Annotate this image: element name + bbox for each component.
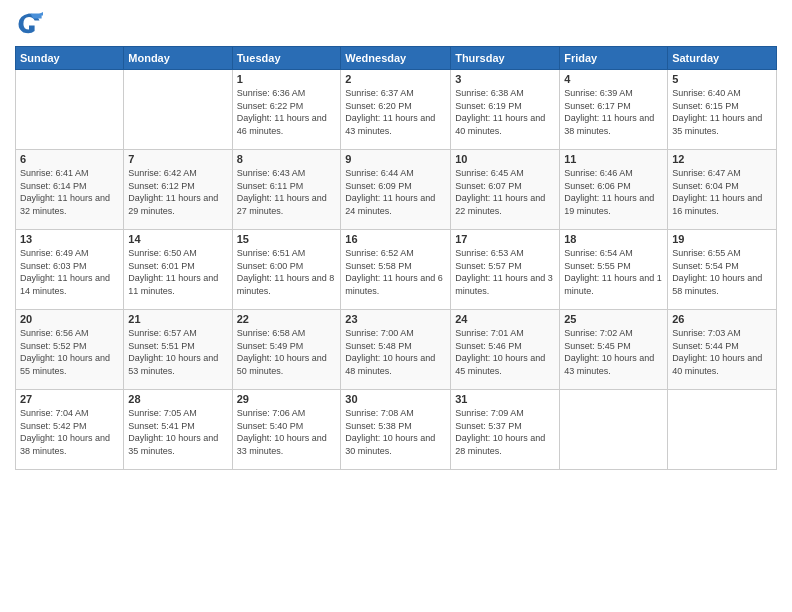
day-info: Sunrise: 7:05 AM Sunset: 5:41 PM Dayligh… bbox=[128, 407, 227, 457]
day-number: 22 bbox=[237, 313, 337, 325]
weekday-header-monday: Monday bbox=[124, 47, 232, 70]
day-number: 31 bbox=[455, 393, 555, 405]
day-info: Sunrise: 6:36 AM Sunset: 6:22 PM Dayligh… bbox=[237, 87, 337, 137]
day-number: 1 bbox=[237, 73, 337, 85]
day-info: Sunrise: 7:00 AM Sunset: 5:48 PM Dayligh… bbox=[345, 327, 446, 377]
day-number: 29 bbox=[237, 393, 337, 405]
day-number: 2 bbox=[345, 73, 446, 85]
calendar-cell: 5 Sunrise: 6:40 AM Sunset: 6:15 PM Dayli… bbox=[668, 70, 777, 150]
calendar-cell: 28 Sunrise: 7:05 AM Sunset: 5:41 PM Dayl… bbox=[124, 390, 232, 470]
calendar-cell: 12 Sunrise: 6:47 AM Sunset: 6:04 PM Dayl… bbox=[668, 150, 777, 230]
logo bbox=[15, 10, 47, 38]
day-info: Sunrise: 6:43 AM Sunset: 6:11 PM Dayligh… bbox=[237, 167, 337, 217]
day-number: 19 bbox=[672, 233, 772, 245]
day-number: 6 bbox=[20, 153, 119, 165]
day-info: Sunrise: 6:58 AM Sunset: 5:49 PM Dayligh… bbox=[237, 327, 337, 377]
calendar-cell: 14 Sunrise: 6:50 AM Sunset: 6:01 PM Dayl… bbox=[124, 230, 232, 310]
day-info: Sunrise: 6:50 AM Sunset: 6:01 PM Dayligh… bbox=[128, 247, 227, 297]
day-number: 4 bbox=[564, 73, 663, 85]
calendar-cell: 7 Sunrise: 6:42 AM Sunset: 6:12 PM Dayli… bbox=[124, 150, 232, 230]
day-number: 14 bbox=[128, 233, 227, 245]
calendar-table: SundayMondayTuesdayWednesdayThursdayFrid… bbox=[15, 46, 777, 470]
calendar-cell bbox=[16, 70, 124, 150]
day-info: Sunrise: 6:39 AM Sunset: 6:17 PM Dayligh… bbox=[564, 87, 663, 137]
day-info: Sunrise: 6:54 AM Sunset: 5:55 PM Dayligh… bbox=[564, 247, 663, 297]
day-number: 11 bbox=[564, 153, 663, 165]
day-info: Sunrise: 6:46 AM Sunset: 6:06 PM Dayligh… bbox=[564, 167, 663, 217]
day-info: Sunrise: 7:04 AM Sunset: 5:42 PM Dayligh… bbox=[20, 407, 119, 457]
weekday-header-wednesday: Wednesday bbox=[341, 47, 451, 70]
weekday-header-row: SundayMondayTuesdayWednesdayThursdayFrid… bbox=[16, 47, 777, 70]
calendar-cell: 1 Sunrise: 6:36 AM Sunset: 6:22 PM Dayli… bbox=[232, 70, 341, 150]
calendar-cell: 11 Sunrise: 6:46 AM Sunset: 6:06 PM Dayl… bbox=[560, 150, 668, 230]
day-number: 24 bbox=[455, 313, 555, 325]
day-number: 7 bbox=[128, 153, 227, 165]
day-info: Sunrise: 6:55 AM Sunset: 5:54 PM Dayligh… bbox=[672, 247, 772, 297]
calendar-cell: 26 Sunrise: 7:03 AM Sunset: 5:44 PM Dayl… bbox=[668, 310, 777, 390]
calendar-cell: 16 Sunrise: 6:52 AM Sunset: 5:58 PM Dayl… bbox=[341, 230, 451, 310]
day-number: 16 bbox=[345, 233, 446, 245]
day-info: Sunrise: 6:56 AM Sunset: 5:52 PM Dayligh… bbox=[20, 327, 119, 377]
logo-icon bbox=[15, 10, 43, 38]
calendar-cell: 2 Sunrise: 6:37 AM Sunset: 6:20 PM Dayli… bbox=[341, 70, 451, 150]
calendar-cell: 22 Sunrise: 6:58 AM Sunset: 5:49 PM Dayl… bbox=[232, 310, 341, 390]
calendar-cell: 29 Sunrise: 7:06 AM Sunset: 5:40 PM Dayl… bbox=[232, 390, 341, 470]
day-number: 30 bbox=[345, 393, 446, 405]
day-info: Sunrise: 6:53 AM Sunset: 5:57 PM Dayligh… bbox=[455, 247, 555, 297]
weekday-header-friday: Friday bbox=[560, 47, 668, 70]
calendar-cell: 4 Sunrise: 6:39 AM Sunset: 6:17 PM Dayli… bbox=[560, 70, 668, 150]
day-number: 25 bbox=[564, 313, 663, 325]
calendar-cell: 24 Sunrise: 7:01 AM Sunset: 5:46 PM Dayl… bbox=[451, 310, 560, 390]
day-number: 15 bbox=[237, 233, 337, 245]
calendar-cell: 6 Sunrise: 6:41 AM Sunset: 6:14 PM Dayli… bbox=[16, 150, 124, 230]
week-row-4: 20 Sunrise: 6:56 AM Sunset: 5:52 PM Dayl… bbox=[16, 310, 777, 390]
calendar-cell: 13 Sunrise: 6:49 AM Sunset: 6:03 PM Dayl… bbox=[16, 230, 124, 310]
day-info: Sunrise: 6:40 AM Sunset: 6:15 PM Dayligh… bbox=[672, 87, 772, 137]
day-info: Sunrise: 7:02 AM Sunset: 5:45 PM Dayligh… bbox=[564, 327, 663, 377]
weekday-header-thursday: Thursday bbox=[451, 47, 560, 70]
calendar-cell: 20 Sunrise: 6:56 AM Sunset: 5:52 PM Dayl… bbox=[16, 310, 124, 390]
day-number: 12 bbox=[672, 153, 772, 165]
day-info: Sunrise: 7:03 AM Sunset: 5:44 PM Dayligh… bbox=[672, 327, 772, 377]
day-number: 20 bbox=[20, 313, 119, 325]
calendar-cell: 15 Sunrise: 6:51 AM Sunset: 6:00 PM Dayl… bbox=[232, 230, 341, 310]
day-info: Sunrise: 6:52 AM Sunset: 5:58 PM Dayligh… bbox=[345, 247, 446, 297]
calendar-cell: 27 Sunrise: 7:04 AM Sunset: 5:42 PM Dayl… bbox=[16, 390, 124, 470]
day-info: Sunrise: 7:09 AM Sunset: 5:37 PM Dayligh… bbox=[455, 407, 555, 457]
page: SundayMondayTuesdayWednesdayThursdayFrid… bbox=[0, 0, 792, 612]
calendar-cell: 10 Sunrise: 6:45 AM Sunset: 6:07 PM Dayl… bbox=[451, 150, 560, 230]
calendar-cell: 21 Sunrise: 6:57 AM Sunset: 5:51 PM Dayl… bbox=[124, 310, 232, 390]
calendar-cell: 30 Sunrise: 7:08 AM Sunset: 5:38 PM Dayl… bbox=[341, 390, 451, 470]
calendar-cell: 25 Sunrise: 7:02 AM Sunset: 5:45 PM Dayl… bbox=[560, 310, 668, 390]
day-info: Sunrise: 7:01 AM Sunset: 5:46 PM Dayligh… bbox=[455, 327, 555, 377]
calendar-cell: 17 Sunrise: 6:53 AM Sunset: 5:57 PM Dayl… bbox=[451, 230, 560, 310]
day-number: 23 bbox=[345, 313, 446, 325]
day-number: 13 bbox=[20, 233, 119, 245]
day-number: 17 bbox=[455, 233, 555, 245]
week-row-1: 1 Sunrise: 6:36 AM Sunset: 6:22 PM Dayli… bbox=[16, 70, 777, 150]
calendar-cell: 31 Sunrise: 7:09 AM Sunset: 5:37 PM Dayl… bbox=[451, 390, 560, 470]
day-number: 21 bbox=[128, 313, 227, 325]
calendar-cell: 3 Sunrise: 6:38 AM Sunset: 6:19 PM Dayli… bbox=[451, 70, 560, 150]
day-info: Sunrise: 6:51 AM Sunset: 6:00 PM Dayligh… bbox=[237, 247, 337, 297]
calendar-cell: 19 Sunrise: 6:55 AM Sunset: 5:54 PM Dayl… bbox=[668, 230, 777, 310]
day-info: Sunrise: 6:45 AM Sunset: 6:07 PM Dayligh… bbox=[455, 167, 555, 217]
day-number: 26 bbox=[672, 313, 772, 325]
calendar-cell: 8 Sunrise: 6:43 AM Sunset: 6:11 PM Dayli… bbox=[232, 150, 341, 230]
week-row-3: 13 Sunrise: 6:49 AM Sunset: 6:03 PM Dayl… bbox=[16, 230, 777, 310]
day-info: Sunrise: 6:47 AM Sunset: 6:04 PM Dayligh… bbox=[672, 167, 772, 217]
weekday-header-tuesday: Tuesday bbox=[232, 47, 341, 70]
weekday-header-sunday: Sunday bbox=[16, 47, 124, 70]
calendar-cell bbox=[560, 390, 668, 470]
day-info: Sunrise: 6:38 AM Sunset: 6:19 PM Dayligh… bbox=[455, 87, 555, 137]
day-number: 28 bbox=[128, 393, 227, 405]
calendar-cell: 9 Sunrise: 6:44 AM Sunset: 6:09 PM Dayli… bbox=[341, 150, 451, 230]
weekday-header-saturday: Saturday bbox=[668, 47, 777, 70]
day-info: Sunrise: 6:37 AM Sunset: 6:20 PM Dayligh… bbox=[345, 87, 446, 137]
week-row-5: 27 Sunrise: 7:04 AM Sunset: 5:42 PM Dayl… bbox=[16, 390, 777, 470]
day-number: 5 bbox=[672, 73, 772, 85]
calendar-cell: 23 Sunrise: 7:00 AM Sunset: 5:48 PM Dayl… bbox=[341, 310, 451, 390]
day-info: Sunrise: 6:57 AM Sunset: 5:51 PM Dayligh… bbox=[128, 327, 227, 377]
calendar-cell bbox=[124, 70, 232, 150]
calendar-cell: 18 Sunrise: 6:54 AM Sunset: 5:55 PM Dayl… bbox=[560, 230, 668, 310]
